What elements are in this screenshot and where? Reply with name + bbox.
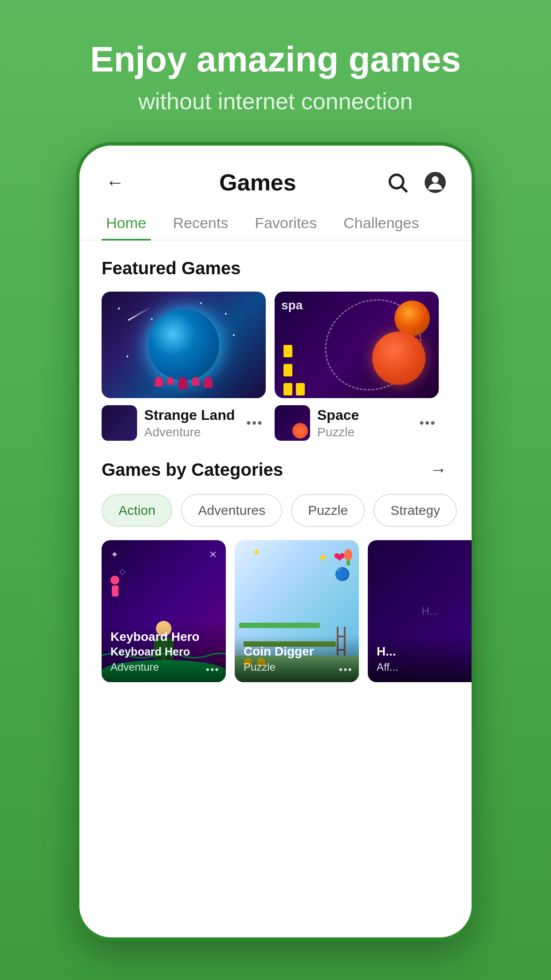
hero-subtitle: without internet connection — [0, 88, 551, 115]
tab-recents[interactable]: Recents — [169, 205, 233, 240]
search-icon — [386, 171, 409, 194]
featured-section-title: Featured Games — [79, 241, 472, 287]
see-all-button[interactable]: → — [427, 458, 449, 481]
profile-button[interactable] — [421, 168, 449, 197]
featured-game-card-1[interactable]: Strange Land Adventure ••• — [102, 292, 266, 441]
tab-bar: Home Recents Favorites Challenges — [79, 205, 472, 241]
featured-game-image-1 — [102, 292, 266, 398]
game-name-1: Strange Land — [144, 407, 236, 423]
hero-section: Enjoy amazing games without internet con… — [0, 0, 551, 132]
deco-icon-3: ◇ — [119, 567, 126, 577]
third-game-image: H... H... Aff... — [368, 540, 472, 682]
coin-digger-name: Coin Digger — [244, 644, 350, 659]
category-pills: Action Adventures Puzzle Strategy — [79, 490, 472, 536]
tab-home[interactable]: Home — [102, 205, 151, 240]
veggie-icon — [344, 549, 352, 565]
game-thumb-bg-2 — [275, 405, 310, 441]
game-name-2: Space — [317, 407, 409, 423]
game-more-button-2[interactable]: ••• — [417, 412, 439, 434]
space2-game-bg: spa — [275, 292, 439, 398]
space2-logo: spa — [281, 298, 303, 312]
phone-screen: ← Games — [79, 146, 472, 937]
mushrooms-decoration — [155, 377, 213, 389]
search-button[interactable] — [383, 168, 412, 197]
keyboard-hero-image: ✦ ✕ ◇ — [102, 540, 226, 682]
categories-section-title: Games by Categories — [102, 460, 283, 480]
game-more-button-1[interactable]: ••• — [244, 412, 266, 434]
game-info-1: Strange Land Adventure ••• — [102, 405, 266, 441]
keyboard-hero-name: Keyboard Hero Keyboard Hero — [110, 629, 217, 659]
game-card-keyboard-hero[interactable]: ✦ ✕ ◇ — [102, 540, 226, 682]
back-arrow-icon: ← — [106, 172, 124, 193]
game-genre-1: Adventure — [144, 425, 236, 439]
game-details-1: Strange Land Adventure — [144, 407, 236, 439]
third-game-name: H... — [377, 644, 472, 659]
pill-action[interactable]: Action — [102, 494, 172, 527]
game-genre-2: Puzzle — [317, 425, 409, 439]
third-game-label: H... Aff... — [368, 635, 472, 682]
back-button[interactable]: ← — [102, 169, 128, 196]
featured-games-list: Strange Land Adventure ••• spa — [79, 287, 472, 445]
pill-puzzle[interactable]: Puzzle — [291, 494, 365, 527]
third-game-placeholder: H... — [421, 605, 438, 617]
coin-digger-more-btn[interactable]: ••• — [339, 664, 353, 676]
game-info-2: Space Puzzle ••• — [275, 405, 439, 441]
star-coin-2: ★ — [252, 547, 260, 557]
planet-top — [394, 300, 430, 336]
app-screen: ← Games — [79, 146, 472, 937]
planet-decoration — [148, 309, 219, 380]
featured-game-image-2: spa — [275, 292, 439, 398]
keyboard-hero-genre: Adventure — [110, 661, 217, 673]
categories-header: Games by Categories → — [79, 445, 472, 490]
coin-digger-image: ❤ ★ ★ — [235, 540, 359, 682]
svg-point-3 — [432, 176, 438, 182]
space-game-bg — [102, 292, 266, 398]
game-card-third[interactable]: H... H... Aff... — [368, 540, 472, 682]
tab-favorites[interactable]: Favorites — [250, 205, 321, 240]
game-card-coin-digger[interactable]: ❤ ★ ★ — [235, 540, 359, 682]
planet-bottom — [372, 332, 425, 385]
star-coin-1: ★ — [318, 551, 328, 564]
profile-icon — [424, 171, 447, 194]
pill-adventures[interactable]: Adventures — [181, 494, 282, 527]
tab-challenges[interactable]: Challenges — [339, 205, 423, 240]
page-title: Games — [142, 169, 374, 196]
coins-decoration — [283, 345, 305, 395]
coin-icon: 🔵 — [335, 567, 350, 581]
arrow-right-icon: → — [430, 460, 447, 479]
third-game-genre: Aff... — [377, 661, 472, 673]
app-header: ← Games — [79, 146, 472, 205]
coin-digger-genre: Puzzle — [244, 661, 350, 673]
hero-title: Enjoy amazing games — [0, 40, 551, 79]
game-details-2: Space Puzzle — [317, 407, 409, 439]
heart-icon: ❤ — [334, 549, 346, 566]
pill-strategy[interactable]: Strategy — [374, 494, 457, 527]
game-thumb-bg-1 — [102, 405, 137, 441]
running-char — [110, 576, 119, 597]
header-icons — [383, 168, 449, 197]
keyboard-hero-more-btn[interactable]: ••• — [206, 664, 220, 676]
featured-game-card-2[interactable]: spa — [275, 292, 439, 441]
svg-line-1 — [401, 186, 407, 192]
deco-icon-1: ✦ — [110, 549, 118, 561]
game-thumb-2 — [275, 405, 310, 441]
deco-icon-2: ✕ — [209, 549, 217, 561]
phone-mockup: ← Games — [76, 142, 475, 941]
game-thumb-1 — [102, 405, 137, 441]
svg-point-0 — [390, 174, 403, 188]
category-game-grid: ✦ ✕ ◇ — [79, 536, 472, 687]
